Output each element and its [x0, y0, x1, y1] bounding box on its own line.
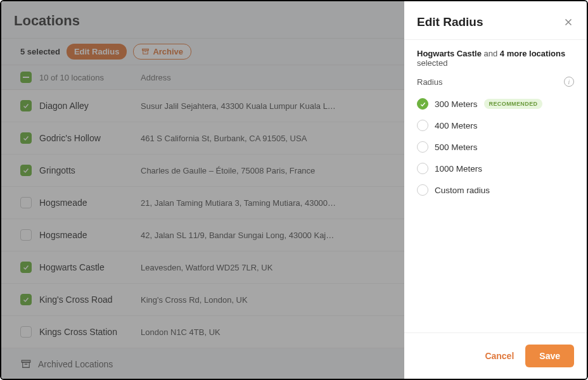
panel-title: Edit Radius: [417, 15, 483, 29]
radius-option[interactable]: 400 Meters: [404, 115, 587, 136]
radius-option-label: 1000 Meters: [435, 164, 482, 174]
radius-option[interactable]: 1000 Meters: [404, 158, 587, 179]
radius-option-label: 500 Meters: [435, 142, 478, 152]
panel-subtitle: Hogwarts Castle and 4 more locations sel…: [404, 39, 587, 77]
cancel-button[interactable]: Cancel: [485, 351, 514, 361]
edit-radius-panel: Edit Radius Hogwarts Castle and 4 more l…: [404, 1, 587, 379]
radio-button[interactable]: [417, 120, 428, 131]
info-icon[interactable]: i: [564, 77, 574, 87]
radio-button[interactable]: [417, 141, 428, 153]
radius-option[interactable]: 500 Meters: [404, 136, 587, 158]
radius-option-label: Custom radius: [435, 186, 490, 195]
radio-button[interactable]: [417, 163, 428, 174]
radio-button[interactable]: [417, 98, 428, 110]
radius-option-label: 400 Meters: [435, 121, 478, 130]
recommended-badge: RECOMMENDED: [484, 99, 543, 109]
save-button[interactable]: Save: [525, 345, 574, 367]
radius-option-label: 300 Meters: [435, 99, 478, 109]
close-button[interactable]: [563, 16, 574, 28]
radio-button[interactable]: [417, 184, 428, 196]
radius-option[interactable]: 300 MetersRECOMMENDED: [404, 93, 587, 115]
radius-option[interactable]: Custom radius: [404, 179, 587, 201]
close-icon: [563, 16, 574, 28]
radius-field-label: Radius: [417, 77, 442, 87]
